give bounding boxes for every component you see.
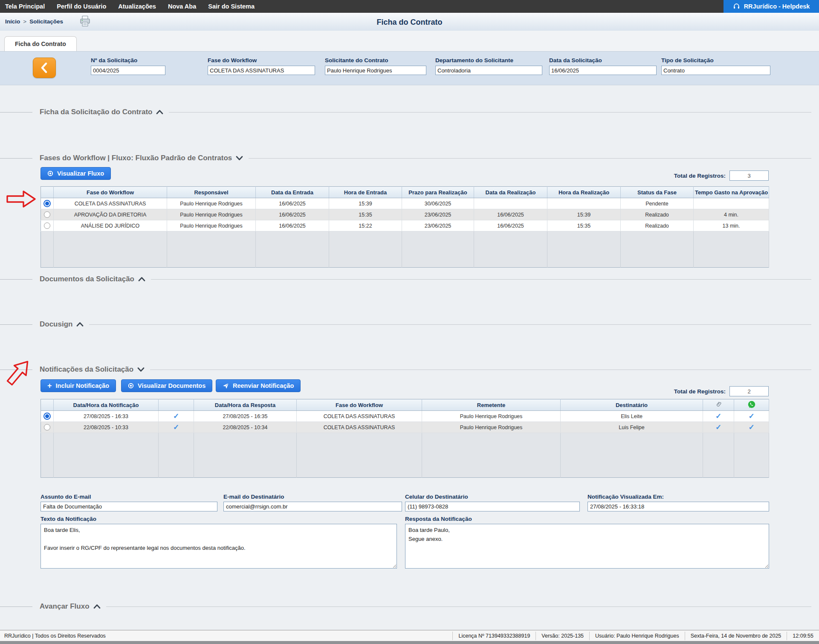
chevron-up-icon[interactable] [138,277,145,282]
window-bottom-edge [0,641,819,644]
resposta-notificacao-textarea[interactable]: Boa tarde Paulo, Segue anexo. [405,524,769,569]
table-row[interactable]: APROVAÇÃO DA DIRETORIAPaulo Henrique Rod… [41,209,769,220]
divider-line [0,606,32,607]
field-label: Nº da Solicitação [91,57,165,64]
footer-user: Usuário: Paulo Henrique Rodrigues [589,632,685,640]
viewed-column-header [159,399,194,411]
annotation-arrow-workflow-row [6,190,37,208]
workflow-total-input[interactable] [729,170,769,181]
chevron-up-icon[interactable] [76,322,84,327]
celular-destinatario-input[interactable] [405,502,580,511]
eye-icon [47,170,53,176]
helpdesk-button[interactable]: RRJurídico - Helpdesk [723,0,819,13]
section-docusign: Docusign [0,320,811,329]
field-label: Texto da Notificação [41,516,397,522]
contract-header-bar: Nº da Solicitação Fase do Workflow Solic… [0,51,819,85]
tab-strip [0,31,819,51]
column-header: Data/Hora da Resposta [194,399,297,411]
row-radio[interactable] [44,211,50,218]
table-row[interactable]: ANÁLISE DO JURÍDICOPaulo Henrique Rodrig… [41,220,769,231]
visualizar-fluxo-button[interactable]: Visualizar Fluxo [41,167,111,180]
workflow-table: Fase do Workflow Responsável Data da Ent… [41,186,769,268]
attachment-column-header [703,399,734,411]
assunto-email-input[interactable] [41,502,217,511]
field-departamento: Departamento do Solicitante [435,57,542,75]
menu-item-perfil-usuario[interactable]: Perfil do Usuário [57,3,106,10]
check-icon: ✓ [173,412,179,420]
back-button[interactable] [33,58,56,78]
section-fases-workflow: Fases do Workflow | Fluxo: Fluxão Padrão… [0,153,811,163]
field-label: Solicitante do Contrato [325,57,426,64]
tab-label: Ficha do Contrato [15,40,66,47]
divider-line [150,370,811,370]
field-fase-workflow: Fase do Workflow [208,57,315,75]
notifications-table-header: Data/Hora da Notificação Data/Hora da Re… [41,399,769,411]
tipo-solicitacao-input[interactable] [661,66,770,75]
footer-bar: RRJurídico | Todos os Direitos Reservado… [0,630,819,641]
fase-workflow-input[interactable] [208,66,315,75]
top-menu-bar: Tela Principal Perfil do Usuário Atualiz… [0,0,819,13]
menu-item-tela-principal[interactable]: Tela Principal [5,3,45,10]
section-title: Docusign [40,320,72,329]
incluir-notificacao-button[interactable]: + Incluir Notificação [41,379,116,392]
row-radio[interactable] [44,424,50,430]
divider-line [106,606,811,607]
check-icon: ✓ [173,423,179,431]
field-tipo-solicitacao: Tipo de Solicitação [661,57,770,75]
table-row[interactable]: 22/08/2025 - 10:33 ✓ 22/08/2025 - 10:34 … [41,422,769,433]
section-avancar-fluxo: Avançar Fluxo [0,602,811,611]
section-title: Avançar Fluxo [40,602,90,611]
row-radio-selected[interactable] [43,413,51,420]
field-label: Assunto do E-mail [41,494,217,500]
menu-item-nova-aba[interactable]: Nova Aba [168,3,196,10]
check-icon: ✓ [748,423,754,431]
divider-line [169,112,811,113]
chevron-up-icon[interactable] [93,604,101,609]
button-label: Visualizar Documentos [138,382,205,389]
departamento-input[interactable] [435,66,542,75]
menu-item-atualizacoes[interactable]: Atualizações [118,3,156,10]
field-label: Celular do Destinatário [405,494,580,500]
numero-solicitacao-input[interactable] [91,66,165,75]
texto-notificacao-textarea[interactable]: Boa tarde Elis, Favor inserir o RG/CPF d… [41,524,397,569]
paperclip-icon [713,399,723,410]
whatsapp-column-header [734,399,769,411]
headset-icon [733,3,740,10]
table-row[interactable]: COLETA DAS ASSINATURASPaulo Henrique Rod… [41,198,769,209]
notifications-total-input[interactable] [729,386,769,396]
helpdesk-label: RRJurídico - Helpdesk [744,3,810,10]
solicitante-input[interactable] [325,66,426,75]
chevron-down-icon[interactable] [236,156,243,161]
total-registros-label: Total de Registros: [674,173,726,179]
breadcrumb-bar: Início > Solicitações Ficha do Contrato [0,13,819,31]
chevron-down-icon[interactable] [137,367,145,372]
button-label: Reenviar Notificação [233,382,294,389]
section-title: Documentos da Solicitação [40,275,134,283]
button-label: Incluir Notificação [56,382,110,389]
eye-icon [128,383,134,389]
field-label: E-mail do Destinatário [223,494,402,500]
tab-ficha-do-contrato[interactable]: Ficha do Contrato [4,36,77,51]
total-registros-label: Total de Registros: [674,388,726,395]
reenviar-notificacao-button[interactable]: Reenviar Notificação [216,379,301,392]
field-numero-solicitacao: Nº da Solicitação [91,57,165,75]
footer-time: 12:09:55 [787,632,819,640]
divider-line [0,324,32,325]
field-label: Data da Solicitação [549,57,657,64]
column-header: Destinatário [561,399,703,411]
chevron-up-icon[interactable] [156,110,163,115]
column-header: Data/Hora da Notificação [54,399,159,411]
email-destinatario-input[interactable] [223,502,402,511]
field-notificacao-visualizada: Notificação Visualizada Em: [587,494,769,511]
radio-column-header [41,399,54,411]
data-solicitacao-input[interactable] [549,66,657,75]
row-radio-selected[interactable] [43,200,51,207]
footer-date: Sexta-Feira, 14 de Novembro de 2025 [685,632,787,640]
menu-item-sair-sistema[interactable]: Sair do Sistema [208,3,255,10]
table-row[interactable]: 27/08/2025 - 16:33 ✓ 27/08/2025 - 16:35 … [41,411,769,422]
row-radio[interactable] [44,222,50,229]
column-header: Data da Entrada [256,187,329,198]
notificacao-visualizada-input[interactable] [587,502,769,511]
whatsapp-icon [748,401,755,408]
visualizar-documentos-button[interactable]: Visualizar Documentos [121,379,212,392]
